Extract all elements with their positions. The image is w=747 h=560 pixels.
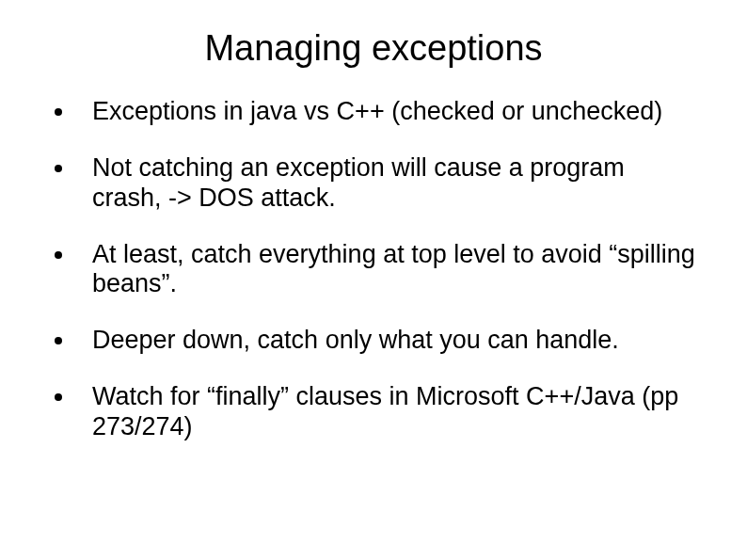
slide: Managing exceptions Exceptions in java v… <box>0 0 747 560</box>
list-item: Watch for “finally” clauses in Microsoft… <box>47 382 700 442</box>
slide-title: Managing exceptions <box>47 28 700 69</box>
list-item: Exceptions in java vs C++ (checked or un… <box>47 97 700 127</box>
list-item: Deeper down, catch only what you can han… <box>47 326 700 356</box>
list-item: Not catching an exception will cause a p… <box>47 153 700 214</box>
bullet-text: Watch for “finally” clauses in Microsoft… <box>92 382 678 440</box>
bullet-text: At least, catch everything at top level … <box>92 240 695 298</box>
bullet-text: Not catching an exception will cause a p… <box>92 153 625 212</box>
bullet-text: Deeper down, catch only what you can han… <box>92 326 619 354</box>
bullet-text: Exceptions in java vs C++ (checked or un… <box>92 97 662 125</box>
bullet-list: Exceptions in java vs C++ (checked or un… <box>47 97 700 442</box>
list-item: At least, catch everything at top level … <box>47 240 700 300</box>
